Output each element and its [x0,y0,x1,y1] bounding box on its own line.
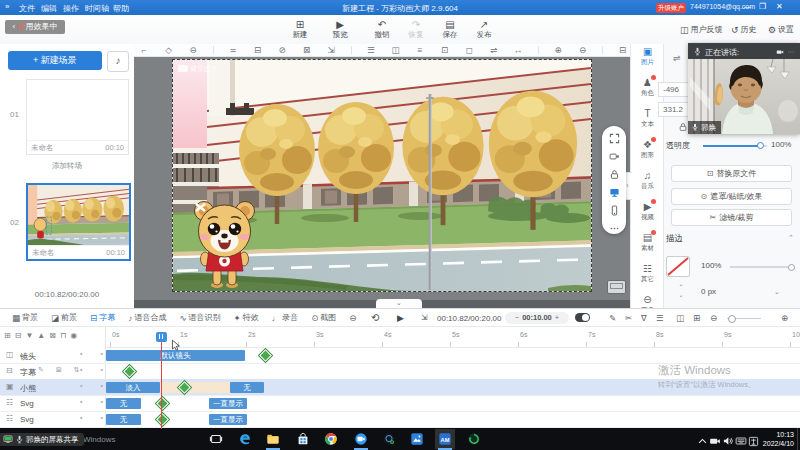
more-icon[interactable] [602,223,626,234]
upgrade-account-badge[interactable]: 升级账户 [656,3,686,13]
timeline-tab-more[interactable]: ⊖ [349,313,358,323]
settings-sliders-icon[interactable]: ☰ [656,313,664,323]
track-row-镜头[interactable]: ◫镜头• •默认镜头 [0,347,800,364]
lock-canvas-icon[interactable]: ⊟ [618,45,628,55]
send-back-icon[interactable]: ◇ [164,45,174,55]
delete-icon[interactable]: ⊠ [302,45,312,55]
keyframe-diamond[interactable] [156,397,169,410]
sidebar-item-图形[interactable]: ❖ 图形 [631,139,664,159]
edit-keyframe-icon[interactable]: ✎ [609,313,616,323]
track-bar[interactable]: 无 [106,398,141,409]
new-scene-button[interactable]: + 新建场景 [8,51,102,70]
lock-icon[interactable] [602,169,626,180]
timeline-tab-前景[interactable]: ◪前景 [51,312,77,323]
timeline-collapse-tab[interactable]: ⌄ [376,299,422,308]
align-center-h-icon[interactable]: ◫ [391,45,401,55]
scene-thumbnail-2[interactable]: 未命名00:10 [26,183,131,261]
sidebar-item-图片[interactable]: ▣ 图片 [631,46,664,66]
scene-thumbnail-1[interactable]: 未命名00:10 [26,79,129,155]
scene-music-button[interactable]: ♪ [107,51,129,72]
track-row-Svg[interactable]: ☷Svg• •无一直显示 [0,411,800,428]
timeline-tab-背景[interactable]: ▦背景 [12,312,38,323]
toolbar-right-button[interactable]: ◫用户反馈 [680,24,723,35]
security-icon[interactable] [467,432,481,446]
distribute-h-icon[interactable]: ⇌ [489,45,499,55]
toolbar-button[interactable]: ▶ 预览 [320,19,360,39]
disable-icon[interactable]: ⊘ [277,45,287,55]
restore-button[interactable]: ❐ [759,2,766,11]
stroke-width-stepper[interactable]: ⌃⌄ [674,283,688,300]
filter-icon[interactable]: ∇ [641,313,647,323]
lock-element-icon[interactable]: ⊟ [253,45,263,55]
toolbar-button[interactable]: ⊞ 新建 [280,19,320,39]
taskbar-clock[interactable]: 10:13 2022/4/10 [763,430,794,448]
webcam-video-icon[interactable] [776,48,784,57]
browser-icon[interactable] [324,432,338,446]
tray-expand-icon[interactable] [697,433,708,450]
keyframe-diamond[interactable] [156,413,169,426]
toolbar-right-button[interactable]: ⚙设置 [768,24,794,35]
tray-keyboard-icon[interactable] [735,433,747,450]
align-middle-icon[interactable]: ◻ [464,45,474,55]
timeline-tab-语音识别[interactable]: ∿语音识别 [179,312,220,323]
timeline-tab-字幕[interactable]: ⊟字幕 [90,312,115,323]
sidebar-item-其它[interactable]: ☷ 其它 [631,263,664,283]
duration-plus-button[interactable]: + [552,313,562,322]
timeline-tab-特效[interactable]: ✦特效 [234,312,259,323]
lock-ratio-icon[interactable] [678,122,688,134]
meeting-icon[interactable] [354,432,368,446]
tray-camera-icon[interactable] [709,433,721,450]
align-right-icon[interactable]: ≡ [415,45,425,55]
keyboard-widget-icon[interactable] [607,280,626,294]
swap-icon[interactable]: ⇲ [326,45,336,55]
minimize-button[interactable]: — [744,3,751,10]
flip-icon[interactable]: ⇌ [673,53,681,63]
timeline-tab-语音合成[interactable]: ♪语音合成 [128,312,166,323]
mobile-preview-icon[interactable] [602,205,626,216]
sidebar-item-视频[interactable]: ▶ 视频 [631,201,664,221]
stroke-none-swatch[interactable] [666,256,690,277]
track-row-Svg[interactable]: ☷Svg• •无一直显示 [0,395,800,412]
stroke-width-dropdown-icon[interactable]: ⌄ [774,288,780,296]
flip-vertical-icon[interactable]: ≍ [228,45,238,55]
keyframe-diamond[interactable] [123,365,136,378]
fit-all-icon[interactable]: ⊞ [693,313,700,323]
desktop-preview-icon[interactable] [602,187,626,198]
tray-ime-icon[interactable] [748,433,759,450]
meeting-overlay-badge[interactable]: ‹ 使用效果中 [5,20,65,34]
opacity-slider[interactable] [703,145,767,147]
docs-icon[interactable] [410,432,424,446]
toolbar-right-button[interactable]: ↺历史 [731,24,757,35]
add-transition-button[interactable]: 添加转场 [0,161,134,171]
track-bar[interactable]: 一直显示 [209,398,247,409]
timeline-zoom-slider[interactable] [727,318,761,320]
cut-icon[interactable]: ✂ [625,313,632,323]
task-view-icon[interactable] [209,432,223,446]
replay-button[interactable]: ⟲ [371,312,379,323]
zoom-in-icon[interactable]: ⊕ [553,45,563,55]
expand-preview-icon[interactable]: ⇲ [421,313,428,322]
stroke-slider[interactable] [730,266,792,268]
track-bar[interactable]: 淡入 [106,382,160,393]
stroke-collapse-icon[interactable]: ⌃ [788,234,794,242]
tray-volume-icon[interactable] [722,433,734,450]
sidebar-item-素材[interactable]: ▤ 素材 [631,232,664,252]
zoom-out-timeline-icon[interactable]: ⊖ [710,313,717,323]
webcam-more-icon[interactable] [787,48,795,57]
animiz-icon[interactable] [438,432,452,446]
store-icon[interactable] [296,432,310,446]
preview-toggle[interactable] [575,313,590,322]
fit-screen-icon[interactable] [602,133,626,144]
track-bar[interactable]: 一直显示 [209,414,247,425]
canvas[interactable]: 背景图片 [173,60,591,291]
stroke-slider-knob[interactable] [788,264,795,271]
track-bar[interactable]: 无 [106,414,141,425]
record-icon[interactable] [602,151,626,162]
playhead-handle[interactable] [156,332,167,342]
opacity-slider-knob[interactable] [757,142,764,149]
distribute-v-icon[interactable]: ↔ [513,45,523,55]
align-left-icon[interactable]: ☰ [366,45,376,55]
screen-share-indicator[interactable]: 郭焕的屏幕共享 [0,433,84,446]
sidebar-item-音乐[interactable]: ♫ 音乐 [631,170,664,190]
toolbar-button[interactable]: ↗ 发布 [464,19,504,39]
